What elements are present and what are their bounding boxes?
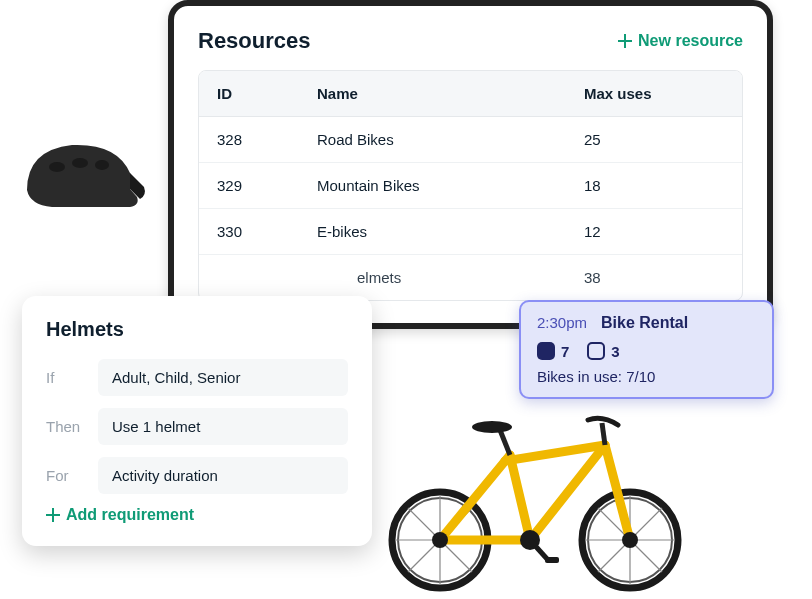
col-header-name: Name [317,85,584,102]
svg-point-35 [432,532,448,548]
booking-count-filled: 7 [561,343,569,360]
table-row[interactable]: 330 E-bikes 12 [199,209,742,255]
cell-id: 329 [217,177,317,194]
col-header-max: Max uses [584,85,724,102]
cell-max: 25 [584,131,724,148]
rule-for-value[interactable]: Activity duration [98,457,348,494]
cell-max: 18 [584,177,724,194]
booking-time: 2:30pm [537,314,587,331]
booking-header: 2:30pm Bike Rental [537,314,756,332]
cell-id [217,269,317,286]
rule-if: If Adult, Child, Senior [46,359,348,396]
svg-line-29 [500,430,510,455]
booking-card[interactable]: 2:30pm Bike Rental 7 3 Bikes in use: 7/1… [519,300,774,399]
booking-title: Bike Rental [601,314,688,332]
cell-max: 38 [584,269,724,286]
cell-id: 330 [217,223,317,240]
svg-point-36 [622,532,638,548]
helmet-image [12,125,147,225]
add-requirement-button[interactable]: Add requirement [46,506,348,524]
resources-card: Resources New resource ID Name Max uses … [168,0,773,329]
filled-square-icon [537,342,555,360]
booking-counts: 7 3 [537,342,756,360]
cell-name: E-bikes [317,223,584,240]
plus-icon [618,34,632,48]
table-row[interactable]: 329 Mountain Bikes 18 [199,163,742,209]
table-row[interactable]: elmets 38 [199,255,742,300]
col-header-id: ID [217,85,317,102]
svg-point-1 [72,158,88,168]
booking-status: Bikes in use: 7/10 [537,368,756,385]
rule-if-label: If [46,369,98,386]
plus-icon [46,508,60,522]
svg-line-31 [602,423,605,445]
new-resource-label: New resource [638,32,743,50]
empty-square-icon [587,342,605,360]
cell-id: 328 [217,131,317,148]
helmets-card: Helmets If Adult, Child, Senior Then Use… [22,296,372,546]
rule-then-label: Then [46,418,98,435]
svg-point-2 [95,160,109,170]
cell-name: Mountain Bikes [317,177,584,194]
resources-table: ID Name Max uses 328 Road Bikes 25 329 M… [198,70,743,301]
helmets-title: Helmets [46,318,348,341]
svg-line-23 [440,455,510,540]
bike-image [370,395,700,595]
rule-for: For Activity duration [46,457,348,494]
add-requirement-label: Add requirement [66,506,194,524]
rule-then: Then Use 1 helmet [46,408,348,445]
svg-rect-34 [545,557,559,563]
svg-line-27 [510,455,530,540]
svg-point-0 [49,162,65,172]
resources-title: Resources [198,28,311,54]
new-resource-button[interactable]: New resource [618,32,743,50]
cell-name: elmets [317,269,584,286]
table-header-row: ID Name Max uses [199,71,742,117]
table-row[interactable]: 328 Road Bikes 25 [199,117,742,163]
rule-for-label: For [46,467,98,484]
cell-name: Road Bikes [317,131,584,148]
rule-then-value[interactable]: Use 1 helmet [98,408,348,445]
booking-count-empty: 3 [611,343,619,360]
svg-point-30 [472,421,512,433]
rule-if-value[interactable]: Adult, Child, Senior [98,359,348,396]
resources-header: Resources New resource [198,28,743,54]
cell-max: 12 [584,223,724,240]
